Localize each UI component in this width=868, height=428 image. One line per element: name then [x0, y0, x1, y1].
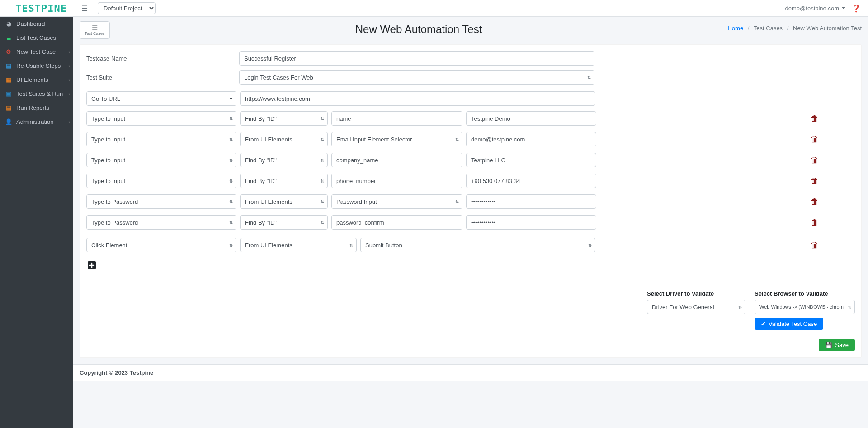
trash-icon[interactable]: 🗑	[811, 218, 819, 227]
step-locator-input[interactable]	[331, 215, 462, 230]
sidebar-item-label: New Test Case	[16, 48, 56, 55]
sidebar-item-ui-elements[interactable]: ▦ UI Elements ‹	[0, 73, 73, 87]
sidebar-item-dashboard[interactable]: ◕ Dashboard	[0, 17, 73, 31]
sidebar-item-new-test-case[interactable]: ⚙ New Test Case ‹	[0, 45, 73, 59]
step-value-input[interactable]	[466, 215, 596, 230]
testcase-name-input[interactable]	[239, 51, 594, 66]
footer: Copyright © 2023 Testpine	[73, 364, 868, 381]
sidebar-item-label: Run Reports	[16, 104, 49, 111]
browser-select[interactable]: Web Windows -> (WINDOWS - chrome 116.0)	[755, 300, 855, 314]
reports-icon: ▤	[5, 104, 13, 111]
validation-row: Select Driver to Validate Driver For Web…	[86, 290, 855, 330]
trash-icon[interactable]: 🗑	[811, 155, 819, 165]
step-value-input[interactable]	[466, 194, 596, 209]
help-icon[interactable]: ❓	[852, 4, 861, 13]
step-find-select[interactable]: Find By "ID"	[240, 111, 328, 126]
list-icon: ☰	[85, 24, 105, 31]
step-action-select[interactable]: Type to Input	[86, 111, 236, 126]
sidebar-item-label: Test Suites & Run	[16, 90, 63, 97]
validate-test-case-button[interactable]: ✔ Validate Test Case	[755, 318, 823, 330]
content-header: ☰ Test Cases New Web Automation Test Hom…	[73, 17, 868, 44]
hamburger-icon[interactable]: ☰	[78, 2, 91, 14]
step-value-input[interactable]	[466, 111, 596, 126]
label-testcase-name: Testcase Name	[86, 55, 235, 62]
chevron-left-icon: ‹	[68, 77, 70, 82]
driver-select[interactable]: Driver For Web General	[647, 300, 745, 314]
goto-url-input[interactable]	[240, 91, 595, 106]
step-action-select[interactable]: Type to Password	[86, 215, 236, 230]
list-icon: ≣	[5, 34, 13, 41]
step-action-select[interactable]: Type to Input	[86, 132, 236, 146]
step-find-select[interactable]: From UI Elements	[240, 194, 328, 209]
add-step-icon	[86, 260, 97, 271]
form-card: Testcase Name Test Suite Login Test Case…	[80, 44, 862, 358]
label-select-browser: Select Browser to Validate	[755, 290, 855, 297]
chevron-left-icon: ‹	[68, 63, 70, 68]
admin-icon: 👤	[5, 118, 13, 125]
test-cases-button[interactable]: ☰ Test Cases	[80, 21, 110, 39]
step-element-select-click[interactable]: Submit Button	[360, 238, 595, 252]
user-menu[interactable]: demo@testpine.com	[785, 5, 845, 12]
label-test-suite: Test Suite	[86, 74, 235, 81]
trash-icon[interactable]: 🗑	[811, 240, 819, 250]
chevron-left-icon: ‹	[68, 91, 70, 96]
step-find-select-click[interactable]: From UI Elements	[240, 238, 357, 252]
add-step-button[interactable]	[86, 260, 97, 272]
topbar: TESTPINE ☰ Default Project demo@testpine…	[0, 0, 868, 17]
test-suite-select[interactable]: Login Test Cases For Web	[239, 70, 594, 85]
sidebar-item-administration[interactable]: 👤 Administration ‹	[0, 115, 73, 129]
sidebar: ◕ Dashboard ≣ List Test Cases ⚙ New Test…	[0, 17, 73, 428]
step-find-select[interactable]: Find By "ID"	[240, 215, 328, 230]
step-find-select[interactable]: Find By "ID"	[240, 174, 328, 188]
sidebar-item-test-suites-run[interactable]: ▣ Test Suites & Run ‹	[0, 87, 73, 101]
brand-logo: TESTPINE	[5, 3, 78, 14]
save-button[interactable]: 💾 Save	[819, 339, 855, 351]
sidebar-item-label: List Test Cases	[16, 34, 56, 41]
sidebar-item-label: Dashboard	[16, 20, 45, 27]
step-find-select[interactable]: Find By "ID"	[240, 153, 328, 167]
validate-button-label: Validate Test Case	[769, 320, 817, 327]
trash-icon[interactable]: 🗑	[811, 114, 819, 123]
sidebar-item-run-reports[interactable]: ▤ Run Reports	[0, 101, 73, 115]
step-action-select-goto[interactable]: Go To URL	[86, 91, 236, 106]
sidebar-item-label: UI Elements	[16, 76, 48, 83]
breadcrumb-mid: Test Cases	[754, 25, 783, 32]
step-locator-input[interactable]	[331, 153, 462, 167]
chevron-left-icon: ‹	[68, 119, 70, 124]
step-locator-input[interactable]	[331, 174, 462, 188]
ui-icon: ▦	[5, 76, 13, 83]
trash-icon[interactable]: 🗑	[811, 197, 819, 207]
breadcrumb-home[interactable]: Home	[727, 25, 743, 32]
page-title: New Web Automation Test	[110, 23, 728, 36]
chevron-left-icon: ‹	[68, 49, 70, 54]
step-locator-input[interactable]	[331, 111, 462, 126]
label-select-driver: Select Driver to Validate	[647, 290, 746, 297]
trash-icon[interactable]: 🗑	[811, 135, 819, 144]
dashboard-icon: ◕	[5, 20, 13, 27]
check-icon: ✔	[761, 320, 766, 327]
step-value-input[interactable]	[466, 174, 596, 188]
step-action-select[interactable]: Type to Input	[86, 153, 236, 167]
step-value-input[interactable]	[466, 153, 596, 167]
save-button-label: Save	[835, 342, 849, 348]
sidebar-item-label: Administration	[16, 118, 53, 125]
project-select[interactable]: Default Project	[98, 2, 156, 14]
caret-down-icon	[842, 7, 845, 9]
test-cases-button-label: Test Cases	[85, 31, 105, 36]
step-action-select[interactable]: Type to Input	[86, 174, 236, 188]
step-action-select-click[interactable]: Click Element	[86, 238, 236, 252]
sidebar-item-list-test-cases[interactable]: ≣ List Test Cases	[0, 31, 73, 45]
sidebar-item-label: Re-Usable Steps	[16, 62, 61, 69]
trash-icon[interactable]: 🗑	[811, 176, 819, 186]
sidebar-item-reusable-steps[interactable]: ▤ Re-Usable Steps ‹	[0, 59, 73, 73]
step-action-select[interactable]: Type to Password	[86, 194, 236, 209]
step-locator-select[interactable]: Password Input	[331, 194, 462, 209]
breadcrumb-current: New Web Automation Test	[793, 25, 862, 32]
gear-icon: ⚙	[5, 48, 13, 55]
breadcrumb: Home / Test Cases / New Web Automation T…	[727, 25, 862, 32]
footer-text: Copyright © 2023 Testpine	[80, 369, 153, 376]
step-find-select[interactable]: From UI Elements	[240, 132, 328, 146]
step-locator-select[interactable]: Email Input Element Selector	[331, 132, 462, 146]
content: ☰ Test Cases New Web Automation Test Hom…	[73, 17, 868, 428]
step-value-input[interactable]	[466, 132, 596, 146]
